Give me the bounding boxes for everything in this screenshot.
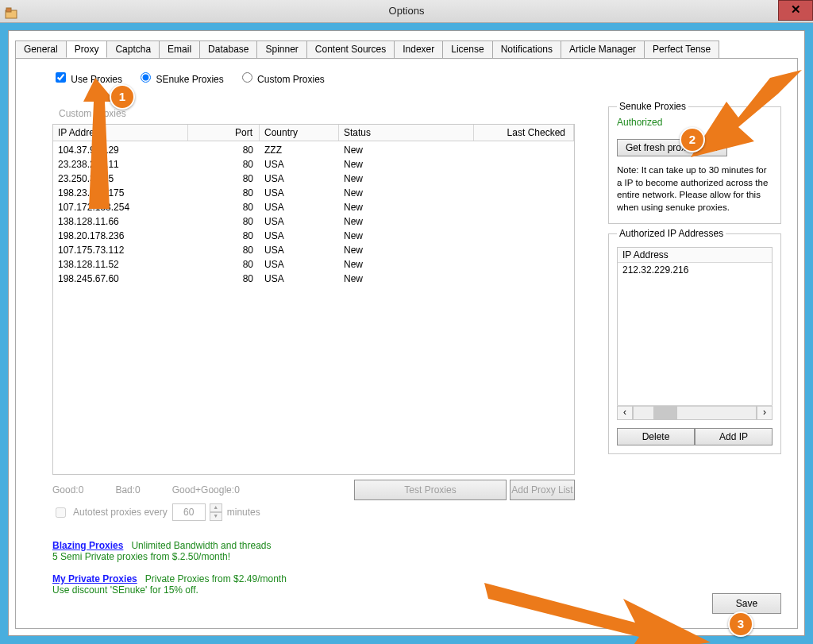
col-last-checked[interactable]: Last Checked <box>474 125 574 141</box>
my-private-proxies-text1: Private Proxies from $2.49/month <box>140 573 287 584</box>
scroll-right-icon[interactable]: › <box>757 406 773 420</box>
my-private-proxies-link[interactable]: My Private Proxies <box>52 573 137 584</box>
tab-strip: GeneralProxyCaptchaEmailDatabaseSpinnerC… <box>9 31 804 58</box>
tab-perfect-tense[interactable]: Perfect Tense <box>644 40 719 58</box>
table-row[interactable]: 138.128.11.6680USANew <box>53 214 574 229</box>
authorized-ip-list[interactable]: IP Address 212.32.229.216 <box>617 247 773 420</box>
autotest-label: Autotest proxies every <box>73 507 168 518</box>
app-icon <box>5 5 17 17</box>
blazing-proxies-text1: Unlimited Bandwidth and threads <box>126 540 272 551</box>
tab-spinner[interactable]: Spinner <box>256 40 306 58</box>
radio-senuke-input[interactable] <box>141 72 151 83</box>
table-row[interactable]: 138.128.11.5280USANew <box>53 257 574 272</box>
callout-1: 1 <box>110 84 135 110</box>
tab-license[interactable]: License <box>442 40 492 58</box>
ip-list-header[interactable]: IP Address <box>618 248 772 263</box>
client-area: GeneralProxyCaptchaEmailDatabaseSpinnerC… <box>8 30 805 636</box>
blazing-proxies-link[interactable]: Blazing Proxies <box>52 540 123 551</box>
radio-custom-input[interactable] <box>242 72 252 83</box>
close-button[interactable]: ✕ <box>778 0 813 21</box>
add-ip-button[interactable]: Add IP <box>695 428 773 445</box>
tab-notifications[interactable]: Notifications <box>492 40 561 58</box>
stat-good: Good:0 <box>52 484 83 496</box>
tab-content-sources[interactable]: Content Sources <box>306 40 395 58</box>
tab-article-manager[interactable]: Article Manager <box>561 40 645 58</box>
blazing-proxies-text2: 5 Semi Private proxies from $.2.50/month… <box>52 551 287 562</box>
stat-good-google: Good+Google:0 <box>172 484 240 496</box>
scroll-thumb[interactable] <box>653 407 677 419</box>
col-country[interactable]: Country <box>260 125 339 141</box>
radio-custom-label: Custom Proxies <box>257 74 325 85</box>
tab-captcha[interactable]: Captcha <box>106 40 160 58</box>
table-row[interactable]: 107.175.73.11280USANew <box>53 243 574 257</box>
proxy-table-header: IP Address Port Country Status Last Chec… <box>53 125 574 141</box>
use-proxies-label: Use Proxies <box>71 74 122 85</box>
col-ip[interactable]: IP Address <box>53 125 188 141</box>
window-title: Options <box>389 5 425 17</box>
callout-3: 3 <box>728 611 753 637</box>
spinner-up-icon[interactable]: ▲ <box>210 503 222 512</box>
radio-senuke-label: SEnuke Proxies <box>156 74 223 85</box>
tab-general[interactable]: General <box>15 40 67 58</box>
scroll-track[interactable] <box>633 406 757 420</box>
my-private-proxies-text2: Use discount 'SEnuke' for 15% off. <box>52 584 287 596</box>
options-window: Options ✕ GeneralProxyCaptchaEmailDataba… <box>0 0 813 644</box>
add-proxy-list-button[interactable]: Add Proxy List <box>510 480 575 500</box>
use-proxies-input[interactable] <box>56 72 66 83</box>
senuke-note: Note: It can take up to 30 minutes for a… <box>617 164 773 214</box>
table-row[interactable]: 107.172.153.25480USANew <box>53 200 574 214</box>
svg-rect-1 <box>6 8 11 12</box>
radio-senuke-proxies[interactable]: SEnuke Proxies <box>137 70 224 85</box>
save-button[interactable]: Save <box>712 593 781 614</box>
tab-database[interactable]: Database <box>199 40 257 58</box>
right-column: Senuke Proxies Authorized Get fresh prox… <box>608 106 781 495</box>
table-row[interactable]: 23.250.37.3580USANew <box>53 172 574 186</box>
table-row[interactable]: 104.37.92.12980ZZZNew <box>53 143 574 157</box>
authorized-ip-legend: Authorized IP Addresses <box>617 228 726 239</box>
test-proxies-button[interactable]: Test Proxies <box>354 480 507 500</box>
callout-2: 2 <box>680 127 705 152</box>
tab-panel-proxy: Use Proxies SEnuke Proxies Custom Proxie… <box>15 58 798 629</box>
scroll-left-icon[interactable]: ‹ <box>617 406 633 420</box>
col-status[interactable]: Status <box>339 125 474 141</box>
annotation-arrow-3 <box>484 567 715 644</box>
svg-marker-4 <box>484 583 711 644</box>
autotest-interval-input[interactable]: 60 <box>172 503 206 521</box>
promo-area: Blazing Proxies Unlimited Bandwidth and … <box>52 540 287 596</box>
tab-email[interactable]: Email <box>159 40 200 58</box>
authorized-status: Authorized <box>617 117 773 128</box>
get-fresh-proxies-button[interactable]: Get fresh proxies now <box>617 139 727 156</box>
tab-proxy[interactable]: Proxy <box>66 40 108 58</box>
ip-list-scrollbar[interactable]: ‹ › <box>617 405 773 420</box>
table-row[interactable]: 23.238.214.1180USANew <box>53 157 574 172</box>
senuke-proxies-legend: Senuke Proxies <box>617 101 688 112</box>
radio-custom-proxies[interactable]: Custom Proxies <box>238 70 325 85</box>
autotest-unit: minutes <box>227 507 260 518</box>
use-proxies-checkbox[interactable]: Use Proxies <box>52 70 122 85</box>
list-item[interactable]: 212.32.229.216 <box>622 264 767 276</box>
ip-list-body: 212.32.229.216 <box>618 263 772 277</box>
col-port[interactable]: Port <box>188 125 260 141</box>
titlebar: Options ✕ <box>0 0 813 23</box>
senuke-proxies-group: Senuke Proxies Authorized Get fresh prox… <box>608 106 781 224</box>
table-row[interactable]: 198.245.67.6080USANew <box>53 272 574 286</box>
authorized-ip-group: Authorized IP Addresses IP Address 212.3… <box>608 233 781 454</box>
tab-indexer[interactable]: Indexer <box>394 40 443 58</box>
proxy-table-body: 104.37.92.12980ZZZNew23.238.214.1180USAN… <box>53 141 574 286</box>
custom-proxies-group-label: Custom Proxies <box>59 108 126 119</box>
autotest-checkbox[interactable] <box>56 507 66 518</box>
table-row[interactable]: 198.20.178.23680USANew <box>53 229 574 243</box>
stat-bad: Bad:0 <box>115 484 140 496</box>
proxy-stats-area: Good:0 Bad:0 Good+Google:0 Test Proxies … <box>52 484 573 521</box>
autotest-spinner[interactable]: ▲ ▼ <box>210 503 222 521</box>
proxy-table[interactable]: IP Address Port Country Status Last Chec… <box>52 124 575 475</box>
delete-ip-button[interactable]: Delete <box>617 428 695 445</box>
spinner-down-icon[interactable]: ▼ <box>210 512 222 521</box>
proxy-top-row: Use Proxies SEnuke Proxies Custom Proxie… <box>16 59 797 91</box>
table-row[interactable]: 198.23.174.17580USANew <box>53 186 574 200</box>
